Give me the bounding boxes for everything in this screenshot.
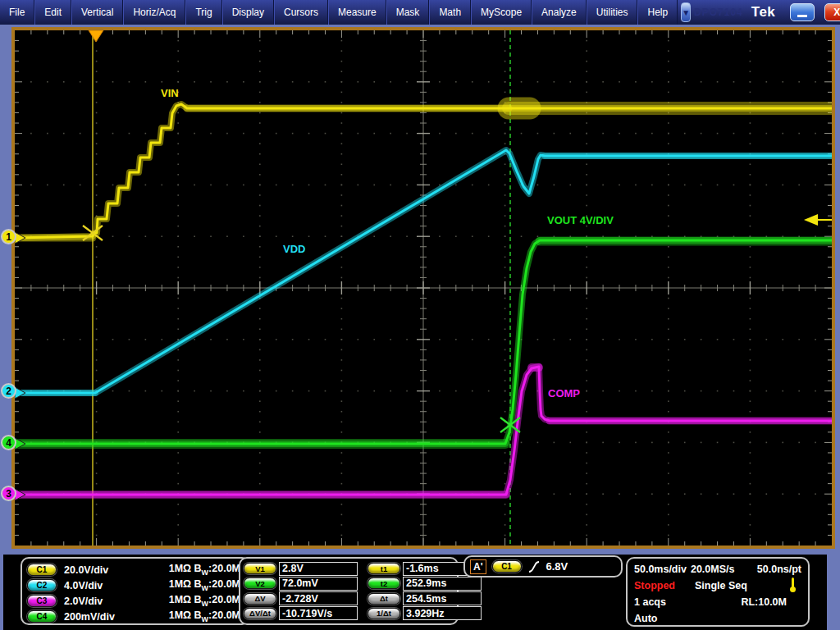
trigger-level-value: 6.8V — [546, 560, 568, 573]
menu-mask[interactable]: Mask — [386, 0, 430, 25]
cursor-pill-t2[interactable]: t2 — [368, 578, 400, 589]
cursor-pill-v2[interactable]: V2 — [244, 578, 276, 589]
tek-logo: Tek — [751, 4, 776, 21]
channel-scale: 4.0V/div — [64, 580, 103, 591]
menu-trig[interactable]: Trig — [185, 0, 221, 25]
menu-myscope[interactable]: MyScope — [471, 0, 532, 25]
title-menu-bar: FileEditVerticalHoriz/AcqTrigDisplayCurs… — [0, 0, 840, 25]
cursor-pill-v1[interactable]: V1 — [244, 563, 276, 574]
thermometer-icon — [789, 578, 797, 594]
minimize-button[interactable] — [790, 3, 815, 21]
channel-ref-arrow-2[interactable] — [15, 387, 25, 399]
chevron-down-icon: ▼ — [682, 8, 690, 17]
readout-bar: C120.0V/div1MΩ BW:20.0MC24.0V/div1MΩ BW:… — [3, 555, 827, 630]
minimize-icon — [797, 15, 807, 17]
cursor-pill-1t[interactable]: 1/Δt — [368, 608, 400, 619]
menu-items: FileEditVerticalHoriz/AcqTrigDisplayCurs… — [0, 0, 678, 25]
acq-count: 1 acqs — [634, 596, 666, 608]
cursor-value-t: 254.5ms — [403, 591, 482, 605]
channel-row-c4: C4200mV/div1MΩ BW:20.0M — [27, 609, 244, 624]
horizontal-acq-panel: 50.0ms/div 20.0MS/s 50.0ns/pt Stopped Si… — [626, 557, 810, 627]
cursor-value-1t: 3.929Hz — [403, 606, 482, 620]
cursor-value-v: -2.728V — [279, 591, 358, 605]
channel-row-c3: C32.0V/div1MΩ BW:20.0M — [27, 593, 244, 609]
cursor-value-vt: -10.719V/s — [279, 606, 358, 620]
menu-math[interactable]: Math — [429, 0, 471, 25]
channel-impedance-bw: 1MΩ BW:20.0M — [169, 609, 240, 623]
channel-impedance-bw: 1MΩ BW:20.0M — [169, 594, 240, 608]
trigger-level-arrow[interactable] — [804, 214, 818, 226]
trigger-readout-panel: A' C1 6.8V — [463, 555, 623, 578]
acq-status: Stopped — [634, 580, 675, 591]
close-icon: X — [833, 7, 840, 18]
rising-edge-icon — [527, 560, 541, 573]
channel-marker-1[interactable]: 1 — [1, 229, 16, 244]
waveform-graticule[interactable]: VINVDDVOUT 4V/DIVCOMP — [11, 27, 835, 549]
channel-pill-c3[interactable]: C3 — [27, 595, 57, 607]
menu-cursors[interactable]: Cursors — [274, 0, 328, 25]
cursor-value-v2: 72.0mV — [279, 577, 358, 591]
trace-label-vin: VIN — [161, 87, 179, 99]
menu-display[interactable]: Display — [222, 0, 274, 25]
cursor-value-v1: 2.8V — [279, 562, 358, 576]
menu-measure[interactable]: Measure — [328, 0, 386, 25]
cursor-pill-t[interactable]: Δt — [368, 593, 400, 605]
trigger-source-pill[interactable]: C1 — [492, 560, 522, 573]
channel-row-c1: C120.0V/div1MΩ BW:20.0M — [27, 562, 244, 578]
channel-impedance-bw: 1MΩ BW:20.0M — [169, 563, 240, 577]
channel-ref-arrow-1[interactable] — [15, 232, 25, 244]
trigger-flag: A' — [470, 559, 486, 574]
menu-utilities[interactable]: Utilities — [587, 0, 638, 25]
menu-help[interactable]: Help — [637, 0, 678, 25]
channel-marker-2[interactable]: 2 — [1, 383, 16, 399]
menu-analyze[interactable]: Analyze — [532, 0, 587, 25]
waveform-display[interactable]: VINVDDVOUT 4V/DIVCOMP — [15, 30, 832, 546]
cursor-pill-t1[interactable]: t1 — [368, 563, 400, 574]
cursor-pill-vt[interactable]: ΔV/Δt — [244, 608, 276, 619]
channel-settings-panel: C120.0V/div1MΩ BW:20.0MC24.0V/div1MΩ BW:… — [21, 557, 250, 625]
channel-scale: 2.0V/div — [64, 596, 103, 607]
menu-overflow-button[interactable]: ▼ — [681, 2, 691, 22]
trace-label-vout: VOUT 4V/DIV — [547, 214, 614, 226]
sample-resolution: 50.0ns/pt — [757, 564, 801, 575]
trigger-position-marker[interactable] — [89, 30, 103, 42]
channel-marker-3[interactable]: 3 — [1, 486, 16, 501]
channel-impedance-bw: 1MΩ BW:20.0M — [169, 578, 240, 592]
channel-pill-c4[interactable]: C4 — [27, 610, 57, 623]
menu-edit[interactable]: Edit — [34, 0, 71, 25]
timebase-scale: 50.0ms/div — [634, 564, 687, 575]
channel-row-c2: C24.0V/div1MΩ BW:20.0M — [27, 578, 244, 593]
cursor-pill-v[interactable]: ΔV — [244, 593, 276, 605]
menu-vertical[interactable]: Vertical — [71, 0, 123, 25]
cursor-value-t2: 252.9ms — [403, 577, 482, 591]
cursor-readout-panel: V1V2ΔVΔV/Δt2.8V72.0mV-2.728V-10.719V/s t… — [239, 557, 459, 625]
scope-screen: VINVDDVOUT 4V/DIVCOMP 1243 C120.0V/div1M… — [0, 25, 840, 630]
acq-mode: Single Seq — [695, 580, 747, 591]
channel-pill-c2[interactable]: C2 — [27, 579, 57, 591]
channel-pill-c1[interactable]: C1 — [27, 564, 57, 576]
trace-label-comp: COMP — [548, 387, 580, 399]
menu-file[interactable]: File — [0, 0, 34, 25]
trace-label-vdd: VDD — [283, 243, 305, 255]
channel-scale: 20.0V/div — [64, 564, 108, 576]
sample-rate: 20.0MS/s — [691, 564, 735, 575]
channel-scale: 200mV/div — [64, 611, 115, 623]
model-label: DPO7104 — [694, 7, 743, 18]
menu-horiz-acq[interactable]: Horiz/Acq — [123, 0, 185, 25]
trigger-mode: Auto — [634, 613, 657, 624]
record-length: RL:10.0M — [741, 596, 787, 608]
close-button[interactable]: X — [824, 3, 840, 21]
channel-marker-4[interactable]: 4 — [1, 435, 16, 450]
